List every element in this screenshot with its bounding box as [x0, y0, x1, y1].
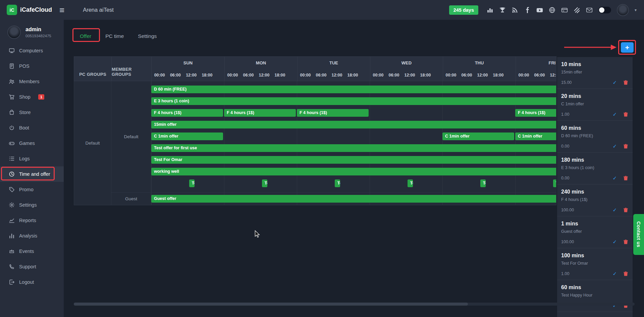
offer-bar[interactable]: Guest offer [151, 195, 556, 203]
time-label: 06:00 [532, 73, 547, 77]
time-label: 00:00 [443, 73, 459, 77]
trash-icon[interactable] [624, 80, 628, 85]
bar-chart-icon [9, 233, 15, 239]
offer-bar[interactable]: E 3 hours (1 coin) [151, 97, 556, 105]
facebook-icon[interactable] [524, 7, 531, 13]
offer-bar[interactable]: Test Happy Hour [553, 179, 556, 187]
offer-duration: 20 mins [561, 93, 629, 99]
days-remaining-badge[interactable]: 245 days [449, 5, 478, 15]
sidebar-item-members[interactable]: Members [0, 74, 64, 89]
list-icon [9, 156, 15, 162]
sidebar-item-promo[interactable]: Promo [0, 182, 64, 197]
offer-bar[interactable]: Test Happy Hour [480, 179, 486, 187]
offer-bar[interactable]: F 4 hours (1$) [224, 109, 296, 117]
sidebar-item-label: Logout [19, 279, 34, 285]
sidebar-item-label: Store [19, 110, 31, 115]
offer-bar[interactable]: 15min offer [151, 121, 556, 128]
time-label: 12:00 [183, 73, 199, 77]
trash-icon[interactable] [624, 144, 628, 149]
add-offer-button[interactable]: + [621, 42, 634, 53]
offers-panel: 10 mins 15min offer 15.00 ✓ 20 mins C 1m… [557, 57, 633, 317]
icafecloud-logo-icon: iC [7, 5, 17, 15]
offer-bar[interactable]: F 4 hours (1$) [151, 109, 223, 117]
rss-icon[interactable] [512, 7, 518, 13]
tab-offer[interactable]: Offer [80, 33, 91, 39]
offer-bar[interactable]: Test Happy Hour [408, 179, 413, 187]
sidebar-item-settings[interactable]: Settings [0, 197, 64, 213]
horizontal-scrollbar[interactable] [74, 303, 635, 306]
offer-bar[interactable]: C 1min offer [442, 133, 514, 140]
trophy-icon[interactable] [499, 7, 506, 13]
offer-bar[interactable]: F 4 hours (1$) [515, 109, 556, 117]
check-icon[interactable]: ✓ [612, 143, 617, 149]
sidebar: admin 005193482475 Computers POS Members… [0, 20, 64, 317]
time-label: 18:00 [490, 73, 506, 77]
offer-bar[interactable]: Test Happy Hour [262, 179, 267, 187]
mail-icon[interactable] [586, 7, 593, 13]
check-icon[interactable]: ✓ [612, 207, 617, 213]
hamburger-menu-icon[interactable]: ≡ [59, 6, 64, 14]
trash-icon[interactable] [624, 112, 628, 117]
offer-bar[interactable]: Test Happy Hour [335, 179, 340, 187]
schedule-rows: DefaultD 60 min (FREE)E 3 hours (1 coin)… [111, 81, 556, 205]
sidebar-item-computers[interactable]: Computers [0, 43, 64, 58]
check-icon[interactable]: ✓ [612, 239, 617, 245]
offer-list-item: 100 mins Test For Omar 1.00 ✓ [557, 248, 633, 280]
offer-name: 15min offer [561, 70, 629, 74]
offer-bar[interactable]: Test offer for first use [151, 144, 556, 152]
time-label: 00:00 [298, 73, 313, 77]
sidebar-item-pos[interactable]: POS [0, 58, 64, 74]
offer-bar[interactable]: F 4 hours (1$) [297, 109, 369, 117]
stats-icon[interactable] [487, 7, 493, 13]
trash-icon[interactable] [624, 271, 628, 276]
time-label: 18:00 [272, 73, 288, 77]
offer-bar[interactable]: Test Happy Hour [189, 179, 195, 187]
offer-bar[interactable]: C 1min offer [151, 133, 223, 140]
sidebar-item-shop[interactable]: Shop 1 [0, 89, 64, 105]
sidebar-item-support[interactable]: Support [0, 259, 64, 274]
sidebar-item-reports[interactable]: Reports [0, 213, 64, 228]
sidebar-item-label: Promo [19, 187, 34, 192]
check-icon[interactable]: ✓ [612, 80, 617, 86]
scrollbar-thumb[interactable] [74, 303, 468, 306]
sidebar-item-boot[interactable]: Boot [0, 120, 64, 136]
sidebar-item-events[interactable]: Events [0, 244, 64, 259]
sidebar-item-time-and-offer[interactable]: Time and offer [0, 166, 64, 182]
tab-settings[interactable]: Settings [138, 33, 157, 39]
sidebar-item-analysis[interactable]: Analysis [0, 228, 64, 244]
cart-icon [9, 94, 15, 100]
theme-toggle[interactable] [598, 7, 611, 13]
check-icon[interactable]: ✓ [612, 271, 617, 277]
offer-bar[interactable]: working well [151, 168, 556, 175]
offers-list: 10 mins 15min offer 15.00 ✓ 20 mins C 1m… [557, 57, 633, 312]
trash-icon[interactable] [624, 208, 628, 212]
globe-icon[interactable] [549, 7, 555, 13]
sidebar-avatar[interactable] [7, 25, 21, 39]
topbar: iC iCafeCloud ≡ Arena aiTest 245 days [0, 0, 644, 20]
offer-name: E 3 hours (1 coin) [561, 165, 629, 170]
youtube-icon[interactable] [536, 7, 543, 13]
offer-bar[interactable]: D 60 min (FREE) [151, 86, 556, 93]
tab-pc-time[interactable]: PC time [105, 33, 124, 39]
check-icon[interactable]: ✓ [612, 111, 617, 117]
sidebar-item-label: Support [19, 264, 36, 269]
chevron-down-icon[interactable]: ▾ [635, 8, 637, 12]
layers-icon[interactable] [574, 7, 580, 13]
offer-list-item: 60 mins D 60 min (FREE) 0.00 ✓ [557, 121, 633, 153]
user-avatar[interactable] [617, 4, 629, 16]
offer-price: 1.00 [561, 112, 569, 117]
offer-bar[interactable]: C 1min offer [515, 133, 556, 140]
sidebar-item-logs[interactable]: Logs [0, 151, 64, 166]
app: { "topbar": { "brand": "iCafeCloud", "ti… [0, 0, 644, 317]
billing-icon[interactable] [561, 7, 568, 13]
time-label: 00:00 [152, 73, 167, 77]
trash-icon[interactable] [624, 240, 628, 244]
sidebar-item-games[interactable]: Games [0, 136, 64, 151]
check-icon[interactable]: ✓ [612, 175, 617, 181]
offer-bar[interactable]: Test For Omar [151, 156, 556, 164]
sidebar-item-store[interactable]: Store [0, 105, 64, 120]
contact-us-button[interactable]: Contact us [633, 214, 644, 255]
sidebar-item-logout[interactable]: Logout [0, 274, 64, 290]
time-label: 06:00 [386, 73, 402, 77]
trash-icon[interactable] [624, 176, 628, 180]
